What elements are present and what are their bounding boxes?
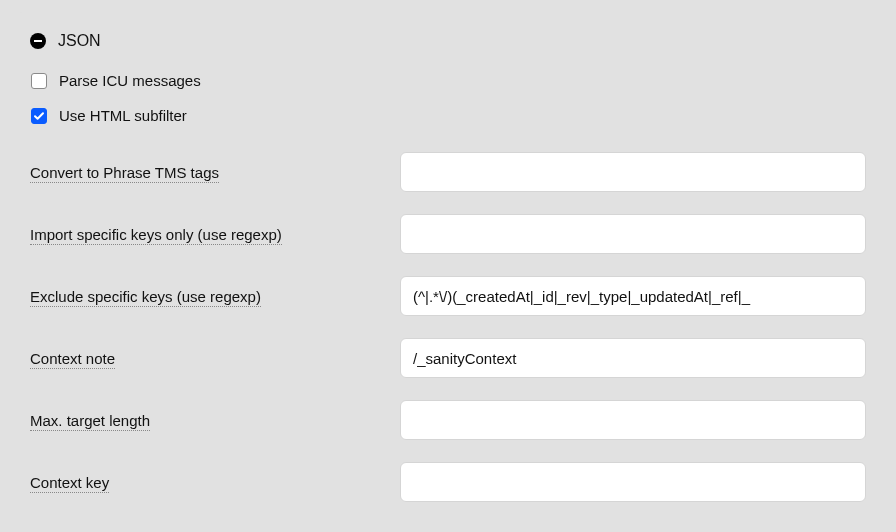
field-rows: Convert to Phrase TMS tags Import specif…: [30, 152, 866, 502]
section-header: JSON: [30, 32, 866, 50]
import-keys-label: Import specific keys only (use regexp): [30, 226, 282, 245]
exclude-keys-label: Exclude specific keys (use regexp): [30, 288, 261, 307]
html-subfilter-row: Use HTML subfilter: [30, 107, 866, 124]
context-key-label: Context key: [30, 474, 109, 493]
context-key-row: Context key: [30, 462, 866, 502]
context-key-input[interactable]: [400, 462, 866, 502]
html-subfilter-label: Use HTML subfilter: [59, 107, 187, 124]
import-keys-row: Import specific keys only (use regexp): [30, 214, 866, 254]
context-note-label: Context note: [30, 350, 115, 369]
convert-tags-label: Convert to Phrase TMS tags: [30, 164, 219, 183]
exclude-keys-row: Exclude specific keys (use regexp): [30, 276, 866, 316]
import-keys-input[interactable]: [400, 214, 866, 254]
convert-tags-input[interactable]: [400, 152, 866, 192]
context-note-row: Context note: [30, 338, 866, 378]
html-subfilter-checkbox[interactable]: [31, 108, 47, 124]
json-settings-panel: JSON Parse ICU messages Use HTML subfilt…: [12, 12, 884, 532]
context-note-input[interactable]: [400, 338, 866, 378]
section-title: JSON: [58, 32, 101, 50]
parse-icu-label: Parse ICU messages: [59, 72, 201, 89]
max-target-length-row: Max. target length: [30, 400, 866, 440]
exclude-keys-input[interactable]: [400, 276, 866, 316]
parse-icu-row: Parse ICU messages: [30, 72, 866, 89]
minus-icon: [34, 40, 42, 42]
max-target-length-input[interactable]: [400, 400, 866, 440]
convert-tags-row: Convert to Phrase TMS tags: [30, 152, 866, 192]
parse-icu-checkbox[interactable]: [31, 73, 47, 89]
check-icon: [33, 110, 45, 122]
collapse-icon[interactable]: [30, 33, 46, 49]
max-target-length-label: Max. target length: [30, 412, 150, 431]
